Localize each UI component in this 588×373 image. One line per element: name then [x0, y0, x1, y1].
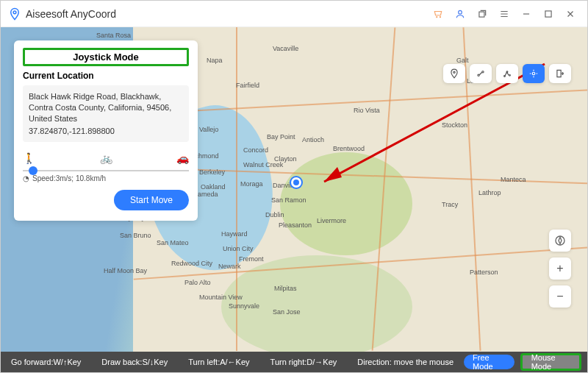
current-coordinates: 37.824870,-121.898800	[29, 126, 183, 137]
minimize-icon[interactable]	[517, 4, 536, 24]
hint-right: Turn right:D/→Key	[260, 358, 348, 366]
speed-slider-section: 🚶 🚲 🚗 ◔ Speed:3m/s; 10.8km/h	[23, 152, 189, 182]
free-mode-button[interactable]: Free Mode	[464, 355, 514, 369]
current-address: Black Hawk Ridge Road, Blackhawk, Contra…	[29, 92, 171, 123]
shortcut-footer: Go forward:W/↑Key Draw back:S/↓Key Turn …	[1, 352, 587, 372]
compass-button[interactable]	[549, 230, 571, 252]
speed-slider[interactable]	[23, 170, 189, 171]
maximize-icon[interactable]	[539, 4, 558, 24]
speed-value: Speed:3m/s; 10.8km/h	[32, 174, 106, 182]
one-stop-mode-button[interactable]	[470, 64, 492, 83]
current-location-heading: Current Location	[23, 71, 189, 81]
svg-point-14	[532, 72, 535, 75]
current-address-box: Black Hawk Ridge Road, Blackhawk, Contra…	[23, 85, 189, 142]
hint-direction: Direction: move the mouse	[347, 358, 464, 366]
multi-stop-mode-button[interactable]	[496, 64, 518, 83]
joystick-mode-button[interactable]	[523, 64, 545, 83]
svg-point-10	[482, 71, 484, 73]
hint-back: Draw back:S/↓Key	[91, 358, 178, 366]
svg-point-13	[509, 74, 511, 76]
svg-rect-4	[479, 12, 484, 17]
hint-left: Turn left:A/←Key	[178, 358, 259, 366]
bike-icon[interactable]: 🚲	[100, 152, 112, 164]
close-icon[interactable]	[561, 4, 580, 24]
speedometer-icon: ◔	[23, 174, 29, 182]
svg-point-3	[459, 10, 462, 14]
app-title: Aiseesoft AnyCoord	[26, 8, 116, 20]
title-bar: Aiseesoft AnyCoord	[1, 1, 587, 27]
start-move-button[interactable]: Start Move	[114, 190, 189, 210]
mouse-mode-button[interactable]: Mouse Mode	[520, 353, 581, 371]
export-button[interactable]	[549, 64, 571, 83]
svg-point-9	[478, 74, 479, 76]
hint-forward: Go forward:W/↑Key	[1, 358, 91, 366]
modify-location-button[interactable]	[443, 64, 465, 83]
zoom-out-button[interactable]: −	[549, 285, 571, 308]
mode-toolbar	[443, 64, 571, 83]
user-icon[interactable]	[451, 4, 470, 24]
map-controls: + −	[549, 230, 571, 308]
svg-point-2	[440, 16, 440, 17]
current-location-marker[interactable]	[291, 177, 301, 188]
car-icon[interactable]: 🚗	[176, 152, 189, 164]
city-label: Santa Rosa	[96, 32, 131, 39]
app-logo-icon	[8, 7, 21, 21]
cart-icon[interactable]	[429, 4, 448, 24]
map-canvas[interactable]: Santa Rosa Petaluma Novato Napa Vacavill…	[1, 27, 587, 352]
app-window: Aiseesoft AnyCoord Santa Rosa Petaluma N…	[0, 0, 588, 373]
svg-point-8	[453, 71, 455, 73]
info-panel: Joystick Mode Current Location Black Haw…	[14, 40, 198, 221]
walk-icon[interactable]: 🚶	[23, 152, 35, 164]
panel-mode-title: Joystick Mode	[23, 48, 189, 66]
zoom-in-button[interactable]: +	[549, 257, 571, 280]
menu-icon[interactable]	[495, 4, 514, 24]
svg-rect-5	[545, 10, 551, 16]
svg-point-0	[13, 10, 16, 13]
svg-point-1	[437, 16, 437, 17]
window-restore-icon[interactable]	[473, 4, 492, 24]
